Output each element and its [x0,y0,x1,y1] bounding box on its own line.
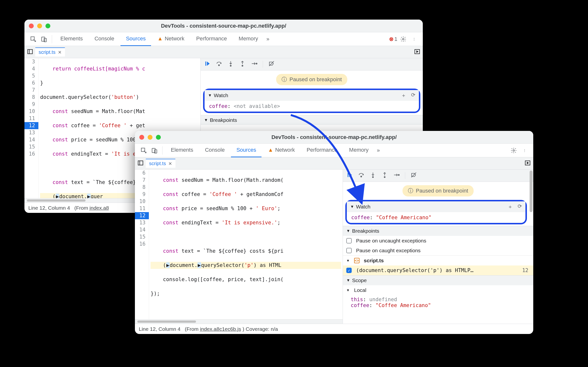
pause-banner: ⓘPaused on breakpoint [276,74,347,85]
maximize-window-button[interactable] [45,23,50,28]
breakpoints-header[interactable]: ▼Breakpoints [343,226,533,236]
tab-memory[interactable]: Memory [344,144,374,157]
tab-performance[interactable]: Performance [191,32,232,46]
info-icon: ⓘ [408,187,413,195]
source-map-link[interactable]: index.a8c1ec6b.js [200,326,241,332]
more-tabs-icon[interactable]: » [375,147,382,154]
tab-console[interactable]: Console [200,144,230,157]
caret-down-icon: ▼ [346,288,350,292]
more-icon[interactable]: ⋮ [520,146,529,155]
refresh-watch-button[interactable]: ⟳ [411,92,415,99]
close-tab-icon[interactable]: ✕ [168,161,172,166]
pause-caught-row[interactable]: Pause on caught exceptions [343,246,533,255]
refresh-watch-button[interactable]: ⟳ [518,203,522,210]
more-icon[interactable]: ⋮ [409,34,419,44]
svg-point-3 [403,38,404,40]
svg-point-24 [361,176,362,177]
scope-header[interactable]: ▼Scope [343,275,533,285]
step-marker-icon: ▶ [166,262,170,268]
step-button[interactable] [393,172,400,179]
debug-toolbar [343,170,533,182]
line-gutter[interactable]: 678910111213141516 [135,170,149,319]
close-window-button[interactable] [29,23,34,28]
horizontal-scrollbar[interactable] [135,319,343,324]
tab-network[interactable]: ▲Network [262,144,300,157]
pause-uncaught-row[interactable]: Pause on uncaught exceptions [343,236,533,246]
watch-section-header[interactable]: ▼ Watch ＋ ⟳ [347,201,525,212]
titlebar: DevTools - consistent-source-map-pc.netl… [135,131,533,144]
svg-rect-20 [138,161,143,165]
checkbox[interactable] [346,238,352,243]
settings-icon[interactable] [398,34,408,44]
device-toggle-icon[interactable] [150,146,159,155]
svg-point-26 [372,177,373,178]
error-icon: ⊗ [389,36,393,42]
settings-icon[interactable] [509,146,519,155]
step-over-button[interactable] [216,60,222,68]
step-out-button[interactable] [239,60,246,68]
warning-icon: ▲ [157,35,163,42]
file-tab-script[interactable]: script.ts✕ [146,159,175,168]
step-button[interactable] [251,60,257,68]
code-editor[interactable]: 678910111213141516 const seedNum = Math.… [135,170,343,324]
inspect-icon[interactable] [139,146,149,155]
step-out-button[interactable] [381,172,388,179]
minimize-window-button[interactable] [37,23,42,28]
svg-rect-23 [348,173,348,177]
tab-performance[interactable]: Performance [301,144,343,157]
breakpoints-section: ▼Breakpoints Pause on uncaught exception… [343,226,533,275]
inspect-icon[interactable] [28,34,38,44]
tab-sources[interactable]: Sources [120,32,151,46]
deactivate-breakpoints-button[interactable] [411,172,417,179]
svg-point-12 [242,65,243,66]
code-content[interactable]: const seedNum = Math.floor(Math.random( … [149,170,343,319]
step-over-button[interactable] [358,172,364,179]
add-watch-button[interactable]: ＋ [508,203,513,210]
checkbox[interactable] [346,248,352,253]
tab-memory[interactable]: Memory [233,32,263,46]
breakpoints-header[interactable]: ▼Breakpoints [201,115,423,125]
warning-icon: ▲ [268,147,273,153]
vertical-scrollbar[interactable] [529,170,533,324]
cursor-position: Line 12, Column 4 [28,205,70,211]
svg-point-30 [398,174,399,175]
minimize-window-button[interactable] [148,135,152,140]
navigator-toggle-icon[interactable] [27,48,33,56]
source-map-link[interactable]: index.a8 [89,205,109,211]
watch-section-header[interactable]: ▼ Watch ＋ ⟳ [205,90,419,101]
step-into-button[interactable] [228,60,234,68]
file-tab-script[interactable]: script.ts✕ [35,47,65,57]
watch-entry[interactable]: coffee: <not available> [205,101,419,112]
tab-elements[interactable]: Elements [165,144,199,157]
step-marker-icon: ▶ [197,262,201,268]
deactivate-breakpoints-button[interactable] [268,60,275,68]
tab-elements[interactable]: Elements [55,32,88,46]
snippet-run-icon[interactable] [524,160,531,167]
breakpoint-file-row[interactable]: ▼ <> script.ts [343,255,533,265]
watch-entry[interactable]: coffee: "Coffee Americano" [347,212,525,223]
checkbox-checked[interactable]: ✓ [346,268,352,273]
close-window-button[interactable] [139,135,144,140]
navigator-toggle-icon[interactable] [137,160,144,167]
svg-point-14 [256,63,257,64]
watch-section-highlight: ▼ Watch ＋ ⟳ coffee: <not available> [203,89,420,113]
devtools-window-b: DevTools - consistent-source-map-pc.netl… [135,131,533,334]
more-tabs-icon[interactable]: » [264,36,271,42]
maximize-window-button[interactable] [156,135,161,140]
breakpoint-entry[interactable]: ✓(document.querySelector('p') as HTMLP…1… [343,265,533,275]
line-gutter[interactable]: 345678910111213141516 [24,58,39,198]
scope-local-row[interactable]: ▼ Local [343,285,533,295]
breakpoints-section: ▼Breakpoints [201,115,423,125]
tab-sources[interactable]: Sources [231,144,261,157]
svg-rect-4 [28,49,33,54]
snippet-run-icon[interactable] [414,48,420,56]
close-tab-icon[interactable]: ✕ [58,50,62,55]
error-count[interactable]: ⊗1 [389,36,397,42]
tab-network[interactable]: ▲Network [152,32,190,46]
step-into-button[interactable] [370,172,376,179]
resume-button[interactable] [204,60,210,68]
add-watch-button[interactable]: ＋ [401,92,406,99]
resume-button[interactable] [346,172,353,179]
device-toggle-icon[interactable] [39,34,49,44]
tab-console[interactable]: Console [89,32,120,46]
